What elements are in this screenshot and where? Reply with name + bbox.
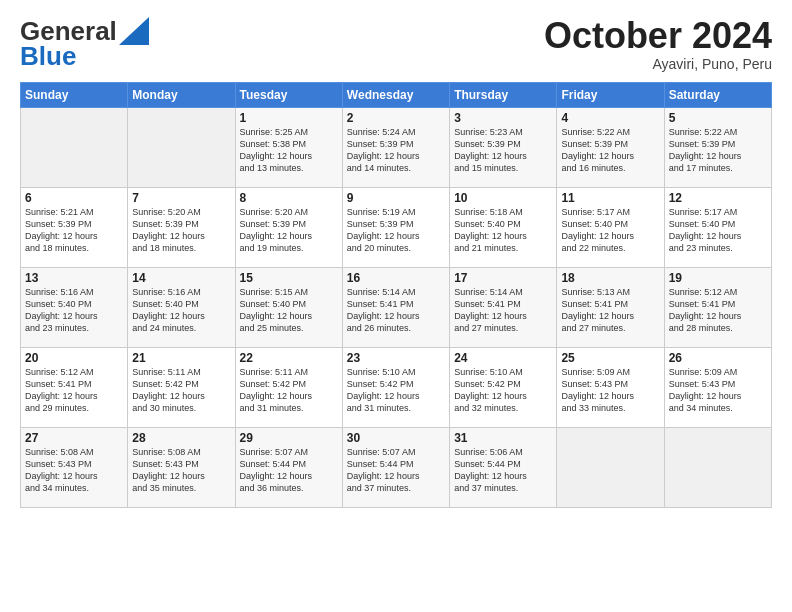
day-number: 19 <box>669 271 767 285</box>
day-info: Sunrise: 5:10 AM Sunset: 5:42 PM Dayligh… <box>454 366 552 415</box>
calendar-cell: 29Sunrise: 5:07 AM Sunset: 5:44 PM Dayli… <box>235 428 342 508</box>
calendar-cell: 8Sunrise: 5:20 AM Sunset: 5:39 PM Daylig… <box>235 188 342 268</box>
day-info: Sunrise: 5:15 AM Sunset: 5:40 PM Dayligh… <box>240 286 338 335</box>
day-number: 12 <box>669 191 767 205</box>
calendar-cell: 25Sunrise: 5:09 AM Sunset: 5:43 PM Dayli… <box>557 348 664 428</box>
day-info: Sunrise: 5:14 AM Sunset: 5:41 PM Dayligh… <box>347 286 445 335</box>
calendar-cell: 21Sunrise: 5:11 AM Sunset: 5:42 PM Dayli… <box>128 348 235 428</box>
day-info: Sunrise: 5:22 AM Sunset: 5:39 PM Dayligh… <box>561 126 659 175</box>
logo-blue: Blue <box>20 41 76 72</box>
day-number: 18 <box>561 271 659 285</box>
day-number: 14 <box>132 271 230 285</box>
calendar-cell: 13Sunrise: 5:16 AM Sunset: 5:40 PM Dayli… <box>21 268 128 348</box>
header: General Blue October 2024 Ayaviri, Puno,… <box>20 16 772 72</box>
day-number: 8 <box>240 191 338 205</box>
day-info: Sunrise: 5:11 AM Sunset: 5:42 PM Dayligh… <box>132 366 230 415</box>
day-info: Sunrise: 5:21 AM Sunset: 5:39 PM Dayligh… <box>25 206 123 255</box>
day-number: 28 <box>132 431 230 445</box>
day-number: 21 <box>132 351 230 365</box>
day-info: Sunrise: 5:19 AM Sunset: 5:39 PM Dayligh… <box>347 206 445 255</box>
calendar-cell: 5Sunrise: 5:22 AM Sunset: 5:39 PM Daylig… <box>664 108 771 188</box>
day-number: 20 <box>25 351 123 365</box>
day-info: Sunrise: 5:22 AM Sunset: 5:39 PM Dayligh… <box>669 126 767 175</box>
day-info: Sunrise: 5:10 AM Sunset: 5:42 PM Dayligh… <box>347 366 445 415</box>
weekday-header-monday: Monday <box>128 83 235 108</box>
day-info: Sunrise: 5:17 AM Sunset: 5:40 PM Dayligh… <box>561 206 659 255</box>
calendar-cell: 1Sunrise: 5:25 AM Sunset: 5:38 PM Daylig… <box>235 108 342 188</box>
day-info: Sunrise: 5:16 AM Sunset: 5:40 PM Dayligh… <box>25 286 123 335</box>
day-number: 9 <box>347 191 445 205</box>
calendar-body: 1Sunrise: 5:25 AM Sunset: 5:38 PM Daylig… <box>21 108 772 508</box>
calendar-cell: 6Sunrise: 5:21 AM Sunset: 5:39 PM Daylig… <box>21 188 128 268</box>
day-number: 16 <box>347 271 445 285</box>
calendar-week-3: 13Sunrise: 5:16 AM Sunset: 5:40 PM Dayli… <box>21 268 772 348</box>
weekday-header-sunday: Sunday <box>21 83 128 108</box>
calendar-week-5: 27Sunrise: 5:08 AM Sunset: 5:43 PM Dayli… <box>21 428 772 508</box>
day-info: Sunrise: 5:14 AM Sunset: 5:41 PM Dayligh… <box>454 286 552 335</box>
calendar-cell: 20Sunrise: 5:12 AM Sunset: 5:41 PM Dayli… <box>21 348 128 428</box>
calendar-cell: 17Sunrise: 5:14 AM Sunset: 5:41 PM Dayli… <box>450 268 557 348</box>
day-info: Sunrise: 5:18 AM Sunset: 5:40 PM Dayligh… <box>454 206 552 255</box>
calendar-cell: 24Sunrise: 5:10 AM Sunset: 5:42 PM Dayli… <box>450 348 557 428</box>
day-number: 11 <box>561 191 659 205</box>
day-info: Sunrise: 5:20 AM Sunset: 5:39 PM Dayligh… <box>240 206 338 255</box>
calendar-cell <box>128 108 235 188</box>
title-block: October 2024 Ayaviri, Puno, Peru <box>544 16 772 72</box>
calendar-cell: 15Sunrise: 5:15 AM Sunset: 5:40 PM Dayli… <box>235 268 342 348</box>
day-number: 4 <box>561 111 659 125</box>
calendar-cell: 11Sunrise: 5:17 AM Sunset: 5:40 PM Dayli… <box>557 188 664 268</box>
day-info: Sunrise: 5:16 AM Sunset: 5:40 PM Dayligh… <box>132 286 230 335</box>
calendar-table: SundayMondayTuesdayWednesdayThursdayFrid… <box>20 82 772 508</box>
calendar-cell: 22Sunrise: 5:11 AM Sunset: 5:42 PM Dayli… <box>235 348 342 428</box>
calendar-header: SundayMondayTuesdayWednesdayThursdayFrid… <box>21 83 772 108</box>
day-number: 13 <box>25 271 123 285</box>
header-row: SundayMondayTuesdayWednesdayThursdayFrid… <box>21 83 772 108</box>
calendar-cell: 18Sunrise: 5:13 AM Sunset: 5:41 PM Dayli… <box>557 268 664 348</box>
calendar-week-2: 6Sunrise: 5:21 AM Sunset: 5:39 PM Daylig… <box>21 188 772 268</box>
weekday-header-wednesday: Wednesday <box>342 83 449 108</box>
day-number: 17 <box>454 271 552 285</box>
day-number: 5 <box>669 111 767 125</box>
day-info: Sunrise: 5:09 AM Sunset: 5:43 PM Dayligh… <box>669 366 767 415</box>
day-info: Sunrise: 5:08 AM Sunset: 5:43 PM Dayligh… <box>25 446 123 495</box>
day-number: 27 <box>25 431 123 445</box>
day-number: 2 <box>347 111 445 125</box>
day-number: 1 <box>240 111 338 125</box>
day-number: 24 <box>454 351 552 365</box>
day-number: 29 <box>240 431 338 445</box>
weekday-header-tuesday: Tuesday <box>235 83 342 108</box>
calendar-cell: 26Sunrise: 5:09 AM Sunset: 5:43 PM Dayli… <box>664 348 771 428</box>
location-subtitle: Ayaviri, Puno, Peru <box>544 56 772 72</box>
day-number: 23 <box>347 351 445 365</box>
day-number: 10 <box>454 191 552 205</box>
day-info: Sunrise: 5:06 AM Sunset: 5:44 PM Dayligh… <box>454 446 552 495</box>
calendar-cell: 30Sunrise: 5:07 AM Sunset: 5:44 PM Dayli… <box>342 428 449 508</box>
logo-icon <box>119 17 149 45</box>
calendar-cell <box>664 428 771 508</box>
day-number: 6 <box>25 191 123 205</box>
day-number: 22 <box>240 351 338 365</box>
weekday-header-saturday: Saturday <box>664 83 771 108</box>
calendar-cell: 28Sunrise: 5:08 AM Sunset: 5:43 PM Dayli… <box>128 428 235 508</box>
day-info: Sunrise: 5:12 AM Sunset: 5:41 PM Dayligh… <box>669 286 767 335</box>
calendar-cell: 19Sunrise: 5:12 AM Sunset: 5:41 PM Dayli… <box>664 268 771 348</box>
calendar-cell: 23Sunrise: 5:10 AM Sunset: 5:42 PM Dayli… <box>342 348 449 428</box>
day-info: Sunrise: 5:07 AM Sunset: 5:44 PM Dayligh… <box>240 446 338 495</box>
calendar-cell: 31Sunrise: 5:06 AM Sunset: 5:44 PM Dayli… <box>450 428 557 508</box>
day-info: Sunrise: 5:08 AM Sunset: 5:43 PM Dayligh… <box>132 446 230 495</box>
calendar-cell: 27Sunrise: 5:08 AM Sunset: 5:43 PM Dayli… <box>21 428 128 508</box>
day-number: 15 <box>240 271 338 285</box>
calendar-cell <box>21 108 128 188</box>
calendar-cell: 14Sunrise: 5:16 AM Sunset: 5:40 PM Dayli… <box>128 268 235 348</box>
calendar-cell <box>557 428 664 508</box>
day-info: Sunrise: 5:12 AM Sunset: 5:41 PM Dayligh… <box>25 366 123 415</box>
day-info: Sunrise: 5:09 AM Sunset: 5:43 PM Dayligh… <box>561 366 659 415</box>
day-info: Sunrise: 5:25 AM Sunset: 5:38 PM Dayligh… <box>240 126 338 175</box>
calendar-week-1: 1Sunrise: 5:25 AM Sunset: 5:38 PM Daylig… <box>21 108 772 188</box>
calendar-cell: 2Sunrise: 5:24 AM Sunset: 5:39 PM Daylig… <box>342 108 449 188</box>
calendar-cell: 16Sunrise: 5:14 AM Sunset: 5:41 PM Dayli… <box>342 268 449 348</box>
day-info: Sunrise: 5:23 AM Sunset: 5:39 PM Dayligh… <box>454 126 552 175</box>
day-info: Sunrise: 5:17 AM Sunset: 5:40 PM Dayligh… <box>669 206 767 255</box>
day-info: Sunrise: 5:24 AM Sunset: 5:39 PM Dayligh… <box>347 126 445 175</box>
calendar-cell: 4Sunrise: 5:22 AM Sunset: 5:39 PM Daylig… <box>557 108 664 188</box>
